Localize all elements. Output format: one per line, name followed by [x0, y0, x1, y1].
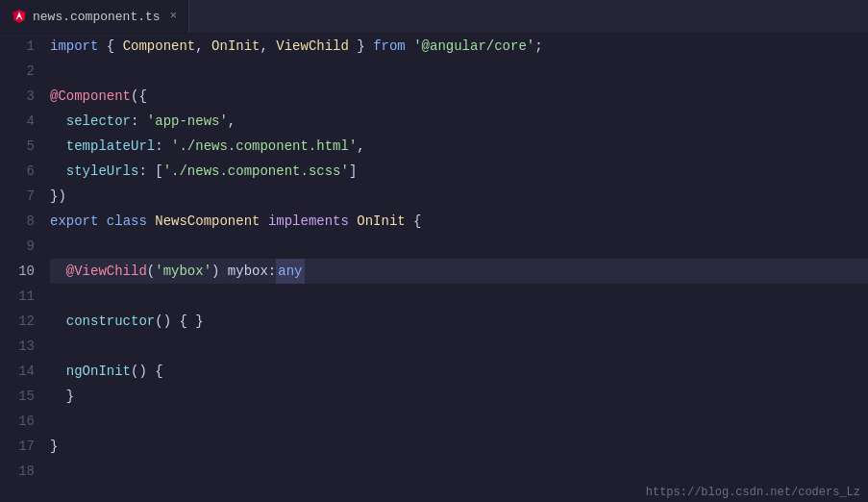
code-line-10: @ViewChild('mybox') mybox:any: [50, 259, 868, 284]
line-number: 16: [12, 409, 35, 434]
code-line-9: [50, 234, 868, 259]
line-number: 9: [12, 234, 35, 259]
line-number: 7: [12, 184, 35, 209]
code-line-14: ngOnInit() {: [50, 359, 868, 384]
code-line-13: [50, 334, 868, 359]
angular-icon: [12, 9, 27, 24]
code-line-16: [50, 409, 868, 434]
code-line-2: [50, 59, 868, 84]
tab-bar: news.component.ts ×: [0, 0, 868, 34]
code-line-1: import { Component, OnInit, ViewChild } …: [50, 34, 868, 59]
line-number: 15: [12, 384, 35, 409]
line-number: 18: [12, 459, 35, 484]
code-line-4: selector: 'app-news',: [50, 109, 868, 134]
code-line-17: }: [50, 434, 868, 459]
code-line-11: [50, 284, 868, 309]
code-line-3: @Component({: [50, 84, 868, 109]
footer-url: https://blog.csdn.net/coders_Lz: [646, 486, 860, 499]
editor-body: 1 2 3 4 5 6 7 8 9 10 11 12 13 14 15 16 1…: [0, 34, 868, 502]
tab-close-button[interactable]: ×: [170, 10, 177, 23]
line-number: 4: [12, 109, 35, 134]
line-number: 6: [12, 159, 35, 184]
code-line-8: export class NewsComponent implements On…: [50, 209, 868, 234]
code-line-7: }): [50, 184, 868, 209]
line-number: 10: [12, 259, 35, 284]
code-area: import { Component, OnInit, ViewChild } …: [50, 34, 868, 502]
footer-bar: https://blog.csdn.net/coders_Lz: [638, 481, 868, 502]
line-number: 14: [12, 359, 35, 384]
line-number: 1: [12, 34, 35, 59]
line-number: 12: [12, 309, 35, 334]
line-number: 2: [12, 59, 35, 84]
line-number: 5: [12, 134, 35, 159]
code-line-15: }: [50, 384, 868, 409]
editor-tab[interactable]: news.component.ts ×: [0, 0, 189, 33]
code-line-6: styleUrls: ['./news.component.scss']: [50, 159, 868, 184]
line-number: 17: [12, 434, 35, 459]
line-number: 11: [12, 284, 35, 309]
line-number: 3: [12, 84, 35, 109]
line-number: 13: [12, 334, 35, 359]
line-numbers: 1 2 3 4 5 6 7 8 9 10 11 12 13 14 15 16 1…: [0, 34, 50, 502]
code-line-5: templateUrl: './news.component.html',: [50, 134, 868, 159]
tab-filename: news.component.ts: [33, 10, 161, 24]
code-line-12: constructor() { }: [50, 309, 868, 334]
line-number: 8: [12, 209, 35, 234]
